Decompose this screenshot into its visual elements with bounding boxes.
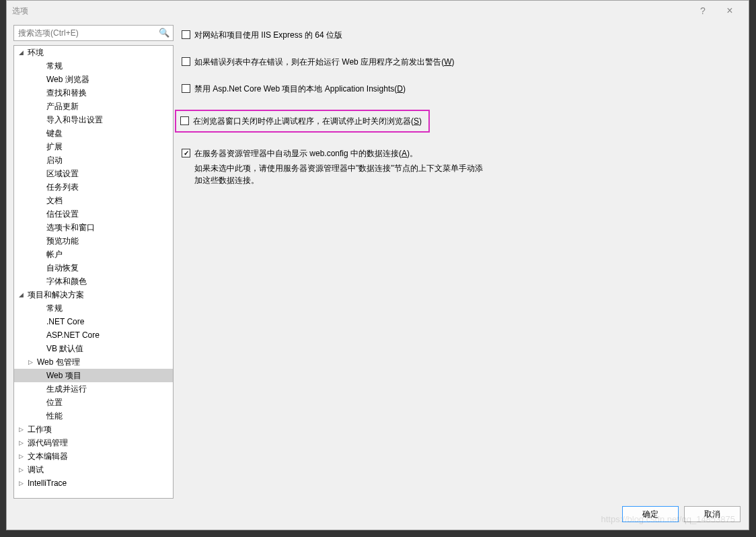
options-tree: ◢环境常规Web 浏览器查找和替换产品更新导入和导出设置键盘扩展启动区域设置任务… — [13, 45, 174, 499]
chevron-right-icon[interactable]: ▷ — [17, 426, 25, 433]
tree-item-label: 任务列表 — [44, 182, 79, 193]
tree-item[interactable]: 启动 — [14, 153, 173, 167]
tree-item-label: 帐户 — [44, 249, 63, 260]
tree-item[interactable]: 任务列表 — [14, 180, 173, 194]
tree-item-label: 调试 — [25, 464, 44, 476]
tree-item-label: 工作项 — [25, 424, 52, 435]
titlebar: 选项 ? × — [7, 1, 749, 21]
tree-item[interactable]: Web 项目 — [14, 369, 173, 382]
options-panel: 对网站和项目使用 IIS Express 的 64 位版 如果错误列表中存在错误… — [180, 25, 742, 499]
checkbox-icon[interactable] — [182, 149, 190, 157]
tree-item-label: .NET Core — [44, 317, 84, 326]
search-input[interactable] — [13, 25, 174, 41]
tree-item-label: IntelliTrace — [25, 478, 67, 488]
option-sub-text: 如果未选中此项，请使用服务器资源管理器中"数据连接"节点的上下文菜单手动添加这些… — [180, 162, 483, 186]
tree-item-label: 源代码管理 — [25, 437, 68, 449]
options-dialog: 选项 ? × 🔍 ◢环境常规Web 浏览器查找和替换产品更新导入和导出设置键盘扩… — [6, 0, 749, 530]
close-button[interactable]: × — [716, 1, 743, 21]
tree-item[interactable]: 常规 — [14, 301, 173, 315]
tree-item[interactable]: 帐户 — [14, 248, 173, 261]
tree-item[interactable]: ▷调试 — [14, 463, 173, 476]
option-stop-debug-highlight: 在浏览器窗口关闭时停止调试程序，在调试停止时关闭浏览器(S) — [175, 110, 430, 133]
tree-item[interactable]: ASP.NET Core — [14, 328, 173, 342]
checkbox-icon[interactable] — [182, 30, 190, 39]
tree-item-label: 查找和替换 — [44, 87, 87, 99]
tree-item[interactable]: 信任设置 — [14, 207, 173, 221]
tree-item[interactable]: .NET Core — [14, 315, 173, 328]
dialog-footer: 确定 取消 — [7, 499, 749, 530]
help-icon: ? — [700, 5, 706, 16]
tree-item[interactable]: 查找和替换 — [14, 86, 173, 100]
search-icon: 🔍 — [159, 28, 169, 38]
tree-item[interactable]: ▷源代码管理 — [14, 436, 173, 450]
tree-item-label: 键盘 — [44, 128, 63, 139]
tree-item[interactable]: 字体和颜色 — [14, 275, 173, 288]
tree-item[interactable]: 选项卡和窗口 — [14, 221, 173, 234]
option-auto-show-connections[interactable]: 在服务器资源管理器中自动显示 web.config 中的数据连接(A)。 — [180, 147, 741, 159]
tree-item-label: 区域设置 — [44, 168, 79, 180]
chevron-right-icon[interactable]: ▷ — [26, 359, 34, 365]
tree-item-label: 项目和解决方案 — [25, 289, 84, 301]
option-disable-appinsights[interactable]: 禁用 Asp.Net Core Web 项目的本地 Application In… — [180, 83, 741, 95]
tree-item[interactable]: ▷IntelliTrace — [14, 476, 173, 490]
option-iis-64bit[interactable]: 对网站和项目使用 IIS Express 的 64 位版 — [180, 29, 741, 41]
tree-item-label: 启动 — [44, 155, 63, 166]
tree-item-label: 字体和颜色 — [44, 276, 87, 287]
chevron-right-icon[interactable]: ▷ — [17, 480, 25, 487]
tree-item[interactable]: 扩展 — [14, 140, 173, 153]
tree-item[interactable]: 产品更新 — [14, 100, 173, 113]
tree-item-label: 文档 — [44, 195, 63, 207]
window-title: 选项 — [12, 5, 28, 17]
tree-item-label: 信任设置 — [44, 209, 79, 220]
tree-item-label: 生成并运行 — [44, 384, 87, 395]
checkbox-icon[interactable] — [180, 116, 189, 125]
tree-item-label: VB 默认值 — [44, 343, 83, 355]
tree-item[interactable]: ◢环境 — [14, 46, 173, 59]
tree-item[interactable]: 区域设置 — [14, 167, 173, 180]
cancel-button[interactable]: 取消 — [684, 506, 741, 522]
checkbox-icon[interactable] — [182, 57, 190, 66]
tree-item[interactable]: 预览功能 — [14, 234, 173, 248]
tree-item-label: Web 项目 — [44, 370, 81, 382]
tree-item-label: 预览功能 — [44, 236, 79, 247]
tree-item-label: ASP.NET Core — [44, 330, 100, 340]
tree-item-label: 常规 — [44, 303, 63, 314]
tree-item[interactable]: 性能 — [14, 409, 173, 423]
option-label: 在浏览器窗口关闭时停止调试程序，在调试停止时关闭浏览器(S) — [193, 115, 422, 127]
chevron-right-icon[interactable]: ▷ — [17, 439, 25, 446]
checkbox-icon[interactable] — [182, 84, 190, 93]
tree-item[interactable]: 键盘 — [14, 127, 173, 140]
help-button[interactable]: ? — [689, 1, 716, 21]
chevron-right-icon[interactable]: ▷ — [17, 453, 25, 460]
tree-item-label: 环境 — [25, 47, 44, 59]
option-label: 禁用 Asp.Net Core Web 项目的本地 Application In… — [194, 83, 406, 95]
tree-item-label: 自动恢复 — [44, 262, 79, 274]
tree-item[interactable]: 位置 — [14, 396, 173, 409]
tree-item-label: 性能 — [44, 410, 63, 422]
chevron-down-icon[interactable]: ◢ — [17, 291, 25, 298]
tree-item[interactable]: ▷文本编辑器 — [14, 450, 173, 463]
chevron-right-icon[interactable]: ▷ — [17, 466, 25, 473]
tree-item[interactable]: ▷工作项 — [14, 423, 173, 436]
tree-item[interactable]: ▷Web 包管理 — [14, 355, 173, 369]
tree-item-label: Web 包管理 — [34, 357, 80, 368]
tree-item-label: 选项卡和窗口 — [44, 222, 95, 234]
tree-item[interactable]: 自动恢复 — [14, 261, 173, 275]
close-icon: × — [726, 5, 732, 17]
ok-button[interactable]: 确定 — [622, 506, 679, 522]
tree-item-label: 常规 — [44, 61, 63, 72]
tree-item-label: 产品更新 — [44, 101, 79, 112]
tree-item[interactable]: Web 浏览器 — [14, 73, 173, 86]
tree-item-label: 扩展 — [44, 141, 63, 153]
tree-item[interactable]: 生成并运行 — [14, 382, 173, 396]
tree-scroll[interactable]: ◢环境常规Web 浏览器查找和替换产品更新导入和导出设置键盘扩展启动区域设置任务… — [14, 46, 173, 498]
tree-item[interactable]: VB 默认值 — [14, 342, 173, 355]
tree-item[interactable]: 导入和导出设置 — [14, 113, 173, 127]
tree-item[interactable]: 常规 — [14, 59, 173, 73]
option-label: 在服务器资源管理器中自动显示 web.config 中的数据连接(A)。 — [194, 147, 418, 159]
chevron-down-icon[interactable]: ◢ — [17, 49, 25, 56]
option-warn-errors[interactable]: 如果错误列表中存在错误，则在开始运行 Web 应用程序之前发出警告(W) — [180, 56, 741, 68]
tree-item[interactable]: ◢项目和解决方案 — [14, 288, 173, 301]
tree-item[interactable]: 文档 — [14, 194, 173, 207]
option-label: 如果错误列表中存在错误，则在开始运行 Web 应用程序之前发出警告(W) — [194, 56, 454, 68]
